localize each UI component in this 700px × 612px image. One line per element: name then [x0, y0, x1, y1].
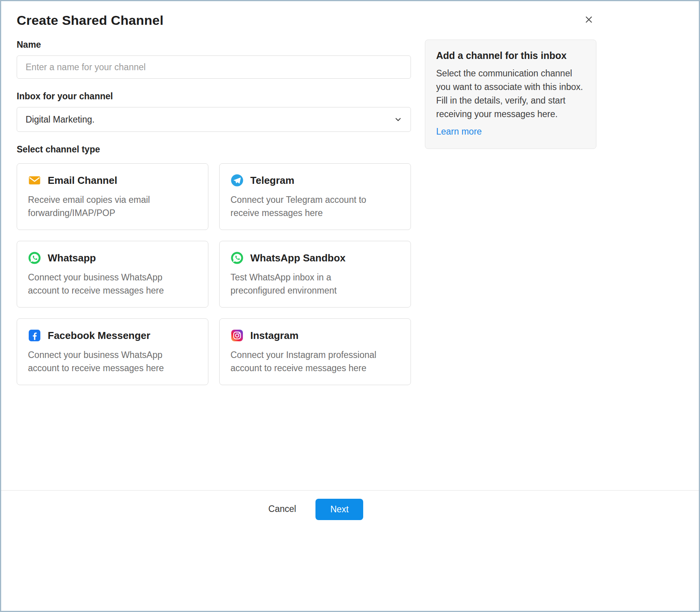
chevron-down-icon [393, 115, 403, 124]
channel-type-label: Select channel type [17, 144, 411, 155]
inbox-label: Inbox for your channel [17, 91, 411, 102]
email-icon [28, 174, 41, 187]
channel-card-email[interactable]: Email Channel Receive email copies via e… [17, 163, 208, 230]
facebook-icon [28, 329, 41, 342]
channel-card-description: Test WhatsApp inbox in a preconfigured e… [230, 271, 380, 297]
channel-card-whatsapp[interactable]: Whatsapp Connect your business WhatsApp … [17, 241, 208, 308]
channel-card-title: Telegram [250, 175, 295, 187]
create-shared-channel-modal: Create Shared Channel Name Inbox for you… [0, 0, 700, 612]
next-button[interactable]: Next [315, 499, 363, 520]
close-icon [584, 14, 594, 25]
inbox-selected-value: Digital Marketing. [26, 114, 95, 125]
channel-grid: Email Channel Receive email copies via e… [17, 163, 411, 385]
channel-card-description: Receive email copies via email forwardin… [28, 193, 177, 220]
channel-card-title: Facebook Messenger [48, 330, 150, 342]
name-label: Name [17, 40, 411, 50]
channel-card-title: Whatsapp [48, 252, 96, 264]
channel-card-description: Connect your Instagram professional acco… [230, 348, 380, 375]
channel-form: Name Inbox for your channel Digital Mark… [17, 40, 411, 385]
cancel-button[interactable]: Cancel [262, 499, 303, 519]
info-panel: Add a channel for this inbox Select the … [425, 40, 596, 149]
channel-name-input[interactable] [17, 55, 411, 79]
telegram-icon [230, 174, 244, 187]
channel-card-description: Connect your business WhatsApp account t… [28, 348, 177, 375]
modal-content: Create Shared Channel Name Inbox for you… [1, 1, 699, 490]
channel-card-description: Connect your business WhatsApp account t… [28, 271, 177, 297]
instagram-icon [230, 329, 244, 342]
channel-card-whatsapp-sandbox[interactable]: WhatsApp Sandbox Test WhatsApp inbox in … [219, 241, 411, 308]
channel-card-title: WhatsApp Sandbox [250, 252, 346, 264]
channel-card-description: Connect your Telegram account to receive… [230, 193, 380, 220]
channel-card-instagram[interactable]: Instagram Connect your Instagram profess… [219, 318, 411, 385]
close-button[interactable] [582, 13, 596, 26]
inbox-select[interactable]: Digital Marketing. [17, 107, 411, 132]
channel-card-title: Instagram [250, 330, 298, 342]
learn-more-link[interactable]: Learn more [436, 126, 482, 137]
channel-card-telegram[interactable]: Telegram Connect your Telegram account t… [219, 163, 411, 230]
modal-footer: Cancel Next [1, 490, 699, 611]
whatsapp-icon [28, 251, 41, 265]
info-panel-title: Add a channel for this inbox [436, 50, 585, 61]
whatsapp-icon [230, 251, 244, 265]
channel-card-title: Email Channel [48, 175, 117, 187]
info-panel-description: Select the communication channel you wan… [436, 67, 585, 121]
channel-card-facebook-messenger[interactable]: Facebook Messenger Connect your business… [17, 318, 208, 385]
